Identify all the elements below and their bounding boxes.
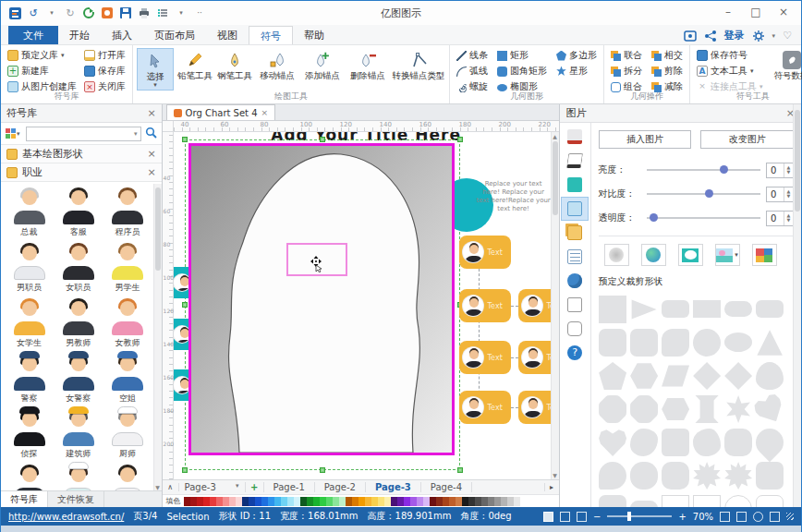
scroll-down-icon[interactable]: ▼ xyxy=(552,472,559,478)
crop-shape[interactable] xyxy=(756,329,784,357)
document-close-icon[interactable]: × xyxy=(261,108,269,117)
crop-shape[interactable] xyxy=(599,296,626,323)
print-icon[interactable] xyxy=(138,6,151,19)
section-close-icon[interactable]: × xyxy=(147,148,155,160)
color-swatch[interactable] xyxy=(384,497,391,506)
canvas-viewport[interactable]: Add Your Title Here Replace your text he… xyxy=(174,132,559,479)
symbol-item[interactable]: 总裁 xyxy=(5,186,54,239)
color-swatch[interactable] xyxy=(184,497,190,506)
scrollbar-thumb[interactable] xyxy=(795,123,800,212)
symbol-item[interactable]: 男职员 xyxy=(5,241,54,295)
crop-shape[interactable] xyxy=(724,301,752,317)
minimize-button[interactable]: – xyxy=(714,1,742,23)
crop-shape[interactable] xyxy=(756,300,784,318)
rectangle-shape-button[interactable]: 矩形 xyxy=(494,48,550,63)
color-swatch[interactable] xyxy=(229,497,236,506)
normal-view-icon[interactable] xyxy=(543,512,553,522)
crop-shape[interactable] xyxy=(750,423,789,462)
color-swatch[interactable] xyxy=(339,497,346,506)
tab-页面布局[interactable]: 页面布局 xyxy=(143,26,206,44)
symbol-item[interactable]: 女学生 xyxy=(5,296,54,350)
symbol-item[interactable]: 男学生 xyxy=(103,241,152,295)
add-page-button[interactable]: + xyxy=(246,482,264,492)
panel-scrollbar[interactable] xyxy=(793,123,801,507)
text-tool-button[interactable]: A文本工具▾ xyxy=(694,64,766,79)
crop-shape[interactable] xyxy=(662,362,689,390)
color-swatch[interactable] xyxy=(197,497,203,506)
resize-grip[interactable] xyxy=(786,513,794,520)
favorite-icon[interactable]: ♡ xyxy=(783,30,792,42)
color-swatch[interactable] xyxy=(449,497,456,506)
color-swatch[interactable] xyxy=(287,497,294,506)
color-swatch-tab[interactable] xyxy=(561,173,589,197)
color-swatch[interactable] xyxy=(456,497,462,506)
convert-anchor-button[interactable]: 转换锚点类型 xyxy=(392,48,445,91)
symbol-item[interactable]: 空姐 xyxy=(103,352,152,405)
redo-icon[interactable]: ↻ xyxy=(64,6,77,19)
color-swatch[interactable] xyxy=(294,497,300,506)
color-swatch[interactable] xyxy=(391,497,397,506)
color-swatch[interactable] xyxy=(488,497,494,506)
notes-tab[interactable] xyxy=(561,245,589,269)
page-tab-Page-3[interactable]: Page-3 xyxy=(366,482,421,492)
color-swatch[interactable] xyxy=(352,497,358,506)
color-swatch[interactable] xyxy=(397,497,404,506)
crop-shape[interactable] xyxy=(599,362,626,390)
undo-dropdown-icon[interactable]: ▾ xyxy=(45,6,58,19)
color-swatch[interactable] xyxy=(190,497,197,506)
color-swatch[interactable] xyxy=(365,497,371,506)
color-effect-button[interactable] xyxy=(641,244,666,266)
color-swatch[interactable] xyxy=(307,497,313,506)
color-swatch[interactable] xyxy=(255,497,261,506)
spinner-arrows[interactable]: ▲▼ xyxy=(784,163,793,177)
crop-shape[interactable] xyxy=(662,329,689,357)
crop-shape[interactable] xyxy=(693,300,721,318)
fit-page-icon[interactable] xyxy=(720,512,730,522)
selection-handle[interactable] xyxy=(457,137,463,142)
grayscale-effect-button[interactable] xyxy=(604,244,629,266)
symbol-item[interactable]: 警察 xyxy=(5,352,54,405)
edrawsoft-link[interactable]: http://www.edrawsoft.cn/ xyxy=(8,512,124,522)
color-swatch[interactable] xyxy=(313,497,320,506)
color-swatch[interactable] xyxy=(468,497,475,506)
layers-tab[interactable] xyxy=(561,221,589,245)
color-swatch[interactable] xyxy=(333,497,339,506)
new-library-button[interactable]: +新建库 xyxy=(5,64,79,79)
line-shape-button[interactable]: 线条 xyxy=(454,48,491,63)
color-swatch[interactable] xyxy=(216,497,223,506)
symbol-item[interactable]: 程序员 xyxy=(103,186,152,239)
artistic-effect-button[interactable]: ▾ xyxy=(715,244,740,266)
sidebar-bottom-tab-符号库[interactable]: 符号库 xyxy=(1,491,48,507)
color-swatch[interactable] xyxy=(371,497,378,506)
magnifier-icon[interactable] xyxy=(753,512,763,522)
screenshot-icon[interactable] xyxy=(684,30,697,42)
slider-handle[interactable] xyxy=(720,165,728,174)
crop-shape[interactable] xyxy=(630,462,658,490)
color-swatch[interactable] xyxy=(443,497,449,506)
slideshow-view-icon[interactable] xyxy=(577,512,587,522)
crop-shape[interactable] xyxy=(724,362,752,390)
color-swatch[interactable] xyxy=(261,497,268,506)
refresh-icon[interactable] xyxy=(82,6,95,19)
intersect-button[interactable]: 相交 xyxy=(649,48,686,63)
symbol-item[interactable]: 建筑师 xyxy=(54,407,103,461)
color-swatch[interactable] xyxy=(481,497,488,506)
zoom-slider[interactable] xyxy=(607,515,672,517)
org-chart-box[interactable]: Text xyxy=(459,236,511,269)
save-symbol-button[interactable]: 保存符号 xyxy=(694,48,766,63)
selection-handle[interactable] xyxy=(320,137,325,142)
symbol-data-button[interactable]: 符号数据 xyxy=(772,48,802,91)
zoom-in-button[interactable]: + xyxy=(678,512,686,522)
crop-shape[interactable] xyxy=(724,429,752,456)
crop-shape[interactable] xyxy=(693,429,721,456)
divide-button[interactable]: 拆分 xyxy=(608,64,645,79)
color-swatch[interactable] xyxy=(268,497,274,506)
maximize-button[interactable]: □ xyxy=(742,1,770,23)
symbol-item[interactable]: 厨师 xyxy=(103,407,152,461)
crop-shape[interactable] xyxy=(756,495,784,507)
qat-dropdown-icon[interactable]: ▾ xyxy=(175,6,188,19)
color-swatch[interactable] xyxy=(346,497,352,506)
color-swatch[interactable] xyxy=(423,497,430,506)
save-library-button[interactable]: 保存库 xyxy=(81,64,128,79)
presentation-icon[interactable] xyxy=(101,6,114,19)
